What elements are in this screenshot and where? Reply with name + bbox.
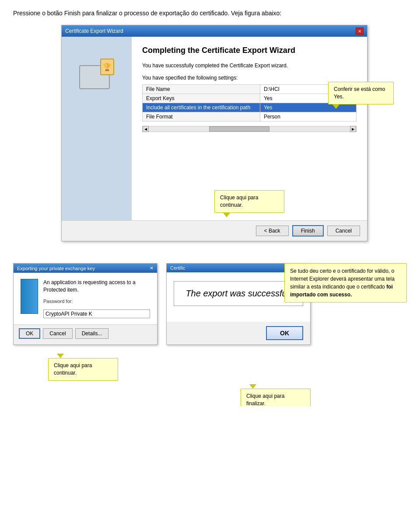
wizard-title-text: Certificate Export Wizard	[65, 28, 123, 34]
export-key-body: An application is requesting access to a…	[14, 273, 157, 324]
success-message: The export was successful.	[174, 281, 303, 306]
export-key-dialog: Exporting your private exchange key ✕ An…	[13, 263, 158, 345]
badge-shape: 🏆	[100, 59, 114, 75]
table-row: Export KeysYes	[143, 94, 357, 103]
wizard-titlebar: Certificate Export Wizard ✕	[62, 25, 367, 37]
back-button[interactable]: < Back	[256, 226, 289, 236]
callout2-text: Clique aqui para continuar.	[220, 195, 258, 208]
export-key-footer: OK Cancel Details...	[14, 324, 157, 342]
callout-final-text: Clique aqui para finalizar.	[246, 393, 284, 406]
callout-final-box: Clique aqui para finalizar.	[241, 389, 311, 406]
callout3-container: Se tudo deu certo e o certificado for vá…	[284, 263, 407, 303]
scroll-track	[149, 126, 350, 132]
scroll-thumb[interactable]	[209, 126, 270, 132]
bottom-section: Se tudo deu certo e o certificado for vá…	[13, 263, 407, 345]
callout-export-container: Clique aqui para continuar.	[48, 354, 64, 358]
callout-export-box: Clique aqui para continuar.	[48, 358, 118, 381]
settings-table: File NameD:\HCIExport KeysYesInclude all…	[142, 84, 357, 122]
table-row: File NameD:\HCI	[143, 85, 357, 94]
settings-label-cell: File Format	[143, 112, 260, 122]
password-field[interactable]	[43, 309, 150, 318]
callout2-container: Clique aqui para continuar.	[214, 190, 284, 213]
callout-export-text: Clique aqui para continuar.	[54, 362, 92, 376]
settings-value-cell: Yes	[260, 103, 356, 112]
settings-label-cell: Export Keys	[143, 94, 260, 103]
export-key-titlebar: Exporting your private exchange key ✕	[14, 264, 157, 273]
key-icon	[21, 279, 38, 314]
cert-icon: 🏆	[79, 59, 114, 89]
wizard-desc2: You have specified the following setting…	[142, 75, 357, 81]
table-row: Include all certificates in the certific…	[143, 103, 357, 112]
settings-label-cell: Include all certificates in the certific…	[143, 103, 260, 112]
callout-final-arrow	[249, 384, 256, 389]
key-icon-area: An application is requesting access to a…	[21, 279, 150, 318]
cert-success-footer: OK	[167, 322, 310, 344]
scroll-right-btn[interactable]: ▶	[350, 126, 356, 132]
callout-final-container: Clique aqui para finalizar.	[241, 384, 256, 389]
callout2-box: Clique aqui para continuar.	[214, 190, 284, 213]
cert-ok-button[interactable]: OK	[266, 326, 303, 340]
callout-export-arrow	[57, 354, 64, 358]
dialogs-row: Exporting your private exchange key ✕ An…	[13, 263, 311, 345]
export-key-close[interactable]: ✕	[150, 265, 154, 271]
callout2-arrow	[223, 213, 230, 217]
table-row: File FormatPerson	[143, 112, 357, 122]
callout1-arrow	[332, 104, 340, 109]
export-details-button[interactable]: Details...	[75, 328, 109, 339]
page-wrapper: Pressione o botão Finish para finalizar …	[0, 0, 420, 406]
export-body-text: An application is requesting access to a…	[43, 279, 150, 294]
export-key-title: Exporting your private exchange key	[17, 266, 95, 271]
export-ok-button[interactable]: OK	[19, 328, 40, 339]
scroll-left-btn[interactable]: ◀	[143, 126, 149, 132]
callout3-box: Se tudo deu certo e o certificado for vá…	[284, 263, 407, 303]
password-label: Password for:	[43, 298, 150, 305]
wizard-desc1: You have successfully completed the Cert…	[142, 62, 357, 70]
settings-value-cell: Person	[260, 112, 356, 122]
wizard-icon-area: 🏆	[79, 59, 114, 89]
cert-success-title: Certific	[170, 265, 185, 271]
wizard-footer: < Back Finish Cancel	[62, 220, 367, 241]
close-button[interactable]: ✕	[356, 28, 364, 35]
wizard-sidebar: 🏆	[62, 37, 132, 220]
wizard-heading: Completing the Certificate Export Wizard	[142, 45, 357, 56]
settings-label-cell: File Name	[143, 85, 260, 94]
export-cancel-button[interactable]: Cancel	[43, 328, 72, 339]
titlebar-buttons: ✕	[356, 28, 364, 35]
callout1-container: Conferir se está como Yes.	[328, 82, 394, 104]
finish-button[interactable]: Finish	[292, 225, 324, 236]
scrollbar-area[interactable]: ◀ ▶	[142, 126, 357, 132]
wizard-section: Certificate Export Wizard ✕ 🏆	[13, 25, 407, 241]
intro-text: Pressione o botão Finish para finalizar …	[13, 9, 407, 18]
callout1-box: Conferir se está como Yes.	[328, 82, 394, 104]
cancel-button[interactable]: Cancel	[327, 226, 360, 236]
key-text: An application is requesting access to a…	[43, 279, 150, 318]
callout1-text: Conferir se está como Yes.	[334, 86, 385, 100]
